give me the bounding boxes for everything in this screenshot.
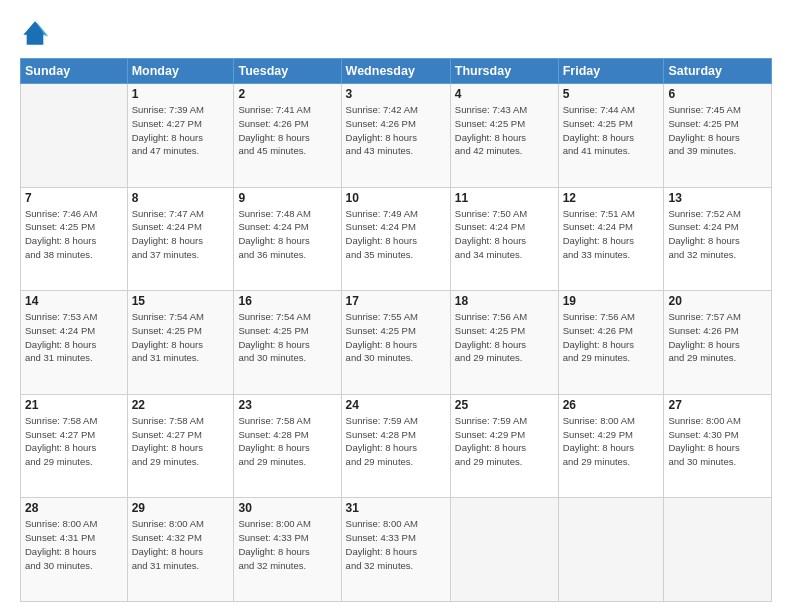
calendar-cell bbox=[450, 498, 558, 602]
day-info: Sunrise: 7:52 AM Sunset: 4:24 PM Dayligh… bbox=[668, 207, 767, 262]
day-number: 29 bbox=[132, 501, 230, 515]
day-number: 18 bbox=[455, 294, 554, 308]
day-info: Sunrise: 7:43 AM Sunset: 4:25 PM Dayligh… bbox=[455, 103, 554, 158]
calendar-cell: 16Sunrise: 7:54 AM Sunset: 4:25 PM Dayli… bbox=[234, 291, 341, 395]
calendar-cell: 18Sunrise: 7:56 AM Sunset: 4:25 PM Dayli… bbox=[450, 291, 558, 395]
day-number: 10 bbox=[346, 191, 446, 205]
day-number: 17 bbox=[346, 294, 446, 308]
calendar-cell: 4Sunrise: 7:43 AM Sunset: 4:25 PM Daylig… bbox=[450, 84, 558, 188]
day-number: 6 bbox=[668, 87, 767, 101]
day-info: Sunrise: 7:49 AM Sunset: 4:24 PM Dayligh… bbox=[346, 207, 446, 262]
day-info: Sunrise: 7:42 AM Sunset: 4:26 PM Dayligh… bbox=[346, 103, 446, 158]
calendar-cell: 20Sunrise: 7:57 AM Sunset: 4:26 PM Dayli… bbox=[664, 291, 772, 395]
day-info: Sunrise: 7:50 AM Sunset: 4:24 PM Dayligh… bbox=[455, 207, 554, 262]
weekday-header-thursday: Thursday bbox=[450, 59, 558, 84]
day-number: 21 bbox=[25, 398, 123, 412]
day-number: 9 bbox=[238, 191, 336, 205]
day-number: 30 bbox=[238, 501, 336, 515]
calendar-cell: 7Sunrise: 7:46 AM Sunset: 4:25 PM Daylig… bbox=[21, 187, 128, 291]
day-info: Sunrise: 7:45 AM Sunset: 4:25 PM Dayligh… bbox=[668, 103, 767, 158]
calendar-cell: 24Sunrise: 7:59 AM Sunset: 4:28 PM Dayli… bbox=[341, 394, 450, 498]
day-number: 22 bbox=[132, 398, 230, 412]
calendar-cell: 29Sunrise: 8:00 AM Sunset: 4:32 PM Dayli… bbox=[127, 498, 234, 602]
day-number: 12 bbox=[563, 191, 660, 205]
weekday-header-saturday: Saturday bbox=[664, 59, 772, 84]
calendar-cell: 22Sunrise: 7:58 AM Sunset: 4:27 PM Dayli… bbox=[127, 394, 234, 498]
day-info: Sunrise: 7:54 AM Sunset: 4:25 PM Dayligh… bbox=[238, 310, 336, 365]
logo bbox=[20, 18, 54, 48]
calendar-cell: 28Sunrise: 8:00 AM Sunset: 4:31 PM Dayli… bbox=[21, 498, 128, 602]
day-info: Sunrise: 7:51 AM Sunset: 4:24 PM Dayligh… bbox=[563, 207, 660, 262]
day-info: Sunrise: 8:00 AM Sunset: 4:29 PM Dayligh… bbox=[563, 414, 660, 469]
day-number: 11 bbox=[455, 191, 554, 205]
day-number: 23 bbox=[238, 398, 336, 412]
calendar-cell: 10Sunrise: 7:49 AM Sunset: 4:24 PM Dayli… bbox=[341, 187, 450, 291]
day-number: 15 bbox=[132, 294, 230, 308]
calendar-cell: 6Sunrise: 7:45 AM Sunset: 4:25 PM Daylig… bbox=[664, 84, 772, 188]
day-info: Sunrise: 7:46 AM Sunset: 4:25 PM Dayligh… bbox=[25, 207, 123, 262]
day-number: 13 bbox=[668, 191, 767, 205]
weekday-header-friday: Friday bbox=[558, 59, 664, 84]
weekday-header-monday: Monday bbox=[127, 59, 234, 84]
day-number: 14 bbox=[25, 294, 123, 308]
day-info: Sunrise: 7:59 AM Sunset: 4:29 PM Dayligh… bbox=[455, 414, 554, 469]
day-number: 20 bbox=[668, 294, 767, 308]
day-info: Sunrise: 7:44 AM Sunset: 4:25 PM Dayligh… bbox=[563, 103, 660, 158]
day-number: 8 bbox=[132, 191, 230, 205]
day-number: 25 bbox=[455, 398, 554, 412]
day-number: 24 bbox=[346, 398, 446, 412]
calendar-cell: 5Sunrise: 7:44 AM Sunset: 4:25 PM Daylig… bbox=[558, 84, 664, 188]
day-info: Sunrise: 7:41 AM Sunset: 4:26 PM Dayligh… bbox=[238, 103, 336, 158]
weekday-header-sunday: Sunday bbox=[21, 59, 128, 84]
calendar-cell: 14Sunrise: 7:53 AM Sunset: 4:24 PM Dayli… bbox=[21, 291, 128, 395]
day-number: 28 bbox=[25, 501, 123, 515]
day-number: 1 bbox=[132, 87, 230, 101]
calendar-cell: 11Sunrise: 7:50 AM Sunset: 4:24 PM Dayli… bbox=[450, 187, 558, 291]
day-info: Sunrise: 7:57 AM Sunset: 4:26 PM Dayligh… bbox=[668, 310, 767, 365]
calendar-week-2: 7Sunrise: 7:46 AM Sunset: 4:25 PM Daylig… bbox=[21, 187, 772, 291]
day-info: Sunrise: 7:53 AM Sunset: 4:24 PM Dayligh… bbox=[25, 310, 123, 365]
calendar-cell: 27Sunrise: 8:00 AM Sunset: 4:30 PM Dayli… bbox=[664, 394, 772, 498]
calendar-cell: 31Sunrise: 8:00 AM Sunset: 4:33 PM Dayli… bbox=[341, 498, 450, 602]
calendar-cell: 26Sunrise: 8:00 AM Sunset: 4:29 PM Dayli… bbox=[558, 394, 664, 498]
day-number: 16 bbox=[238, 294, 336, 308]
day-number: 2 bbox=[238, 87, 336, 101]
day-info: Sunrise: 8:00 AM Sunset: 4:32 PM Dayligh… bbox=[132, 517, 230, 572]
calendar-week-1: 1Sunrise: 7:39 AM Sunset: 4:27 PM Daylig… bbox=[21, 84, 772, 188]
day-info: Sunrise: 8:00 AM Sunset: 4:31 PM Dayligh… bbox=[25, 517, 123, 572]
calendar-cell: 1Sunrise: 7:39 AM Sunset: 4:27 PM Daylig… bbox=[127, 84, 234, 188]
calendar-cell: 15Sunrise: 7:54 AM Sunset: 4:25 PM Dayli… bbox=[127, 291, 234, 395]
weekday-row: SundayMondayTuesdayWednesdayThursdayFrid… bbox=[21, 59, 772, 84]
day-number: 26 bbox=[563, 398, 660, 412]
day-number: 31 bbox=[346, 501, 446, 515]
day-info: Sunrise: 8:00 AM Sunset: 4:33 PM Dayligh… bbox=[238, 517, 336, 572]
day-number: 5 bbox=[563, 87, 660, 101]
calendar-week-4: 21Sunrise: 7:58 AM Sunset: 4:27 PM Dayli… bbox=[21, 394, 772, 498]
calendar-week-3: 14Sunrise: 7:53 AM Sunset: 4:24 PM Dayli… bbox=[21, 291, 772, 395]
weekday-header-wednesday: Wednesday bbox=[341, 59, 450, 84]
weekday-header-tuesday: Tuesday bbox=[234, 59, 341, 84]
day-info: Sunrise: 7:56 AM Sunset: 4:26 PM Dayligh… bbox=[563, 310, 660, 365]
calendar-cell: 30Sunrise: 8:00 AM Sunset: 4:33 PM Dayli… bbox=[234, 498, 341, 602]
day-info: Sunrise: 7:54 AM Sunset: 4:25 PM Dayligh… bbox=[132, 310, 230, 365]
calendar-cell: 17Sunrise: 7:55 AM Sunset: 4:25 PM Dayli… bbox=[341, 291, 450, 395]
day-info: Sunrise: 7:39 AM Sunset: 4:27 PM Dayligh… bbox=[132, 103, 230, 158]
day-info: Sunrise: 8:00 AM Sunset: 4:33 PM Dayligh… bbox=[346, 517, 446, 572]
calendar-header: SundayMondayTuesdayWednesdayThursdayFrid… bbox=[21, 59, 772, 84]
day-number: 3 bbox=[346, 87, 446, 101]
calendar-cell bbox=[21, 84, 128, 188]
calendar-cell: 8Sunrise: 7:47 AM Sunset: 4:24 PM Daylig… bbox=[127, 187, 234, 291]
logo-icon bbox=[20, 18, 50, 48]
calendar-body: 1Sunrise: 7:39 AM Sunset: 4:27 PM Daylig… bbox=[21, 84, 772, 602]
calendar-cell: 12Sunrise: 7:51 AM Sunset: 4:24 PM Dayli… bbox=[558, 187, 664, 291]
day-number: 7 bbox=[25, 191, 123, 205]
day-info: Sunrise: 7:55 AM Sunset: 4:25 PM Dayligh… bbox=[346, 310, 446, 365]
calendar-week-5: 28Sunrise: 8:00 AM Sunset: 4:31 PM Dayli… bbox=[21, 498, 772, 602]
calendar-cell: 2Sunrise: 7:41 AM Sunset: 4:26 PM Daylig… bbox=[234, 84, 341, 188]
day-info: Sunrise: 8:00 AM Sunset: 4:30 PM Dayligh… bbox=[668, 414, 767, 469]
day-info: Sunrise: 7:59 AM Sunset: 4:28 PM Dayligh… bbox=[346, 414, 446, 469]
calendar-cell: 19Sunrise: 7:56 AM Sunset: 4:26 PM Dayli… bbox=[558, 291, 664, 395]
calendar-cell bbox=[558, 498, 664, 602]
calendar-cell: 21Sunrise: 7:58 AM Sunset: 4:27 PM Dayli… bbox=[21, 394, 128, 498]
calendar-cell: 25Sunrise: 7:59 AM Sunset: 4:29 PM Dayli… bbox=[450, 394, 558, 498]
